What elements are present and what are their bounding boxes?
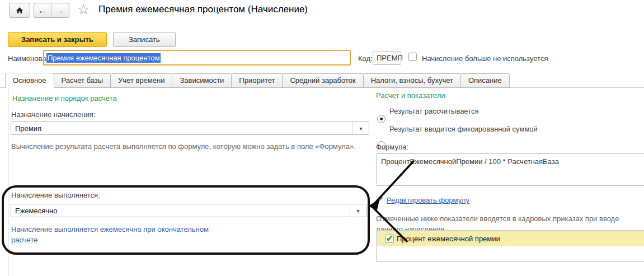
name-input-value: Премия ежемесячная процентом [46,53,161,63]
save-and-close-button[interactable]: Записать и закрыть [8,32,107,47]
formula-label: Формула: [376,143,408,151]
section-purpose-title: Назначение и порядок расчета [12,94,117,102]
accrual-form-window: ← → ☆ Премия ежемесячная процентом (Начи… [0,0,644,276]
page-title: Премия ежемесячная процентом (Начисление… [98,4,308,15]
tab-opisanie[interactable]: Описание [460,73,510,88]
performed-combo-value: Ежемесячно [11,207,350,215]
indicators-hint-line1: Отмеченные ниже показатели вводятся в ка… [376,213,619,224]
indicator-row[interactable]: ✔ Процент ежемесячной премии [377,231,644,246]
purpose-combo-button[interactable]: ▾ [352,122,369,134]
purpose-combo[interactable]: Премия ▾ [11,121,369,135]
home-button[interactable] [9,3,30,18]
code-label: Код: [358,54,373,63]
purpose-label: Назначение начисления: [11,110,95,119]
tab-osnovnoe[interactable]: Основное [5,73,54,88]
performed-hint-line1: Начисление выполняется ежемесячно при ок… [11,224,209,235]
not-used-checkbox[interactable] [408,53,417,61]
radio-result-fixed-label: Результат вводится фиксированной суммой [389,125,538,133]
tab-uchet-vremeni[interactable]: Учет времени [110,73,172,88]
forward-icon: → [56,6,65,16]
purpose-combo-value: Премия [11,124,352,133]
tab-nalogi-vznosy-buhuchet[interactable]: Налоги, взносы, бухучет [363,73,461,88]
performed-hint-line2: расчете [11,235,209,245]
chevron-down-icon: ▾ [359,125,362,132]
purpose-hint: Вычисление результата расчета выполняетс… [11,142,356,151]
tab-sredniy-zarabotok[interactable]: Средний заработок [282,73,363,88]
performed-label: Начисление выполняется: [11,191,100,199]
chevron-down-icon: ▾ [356,208,359,214]
indicators-list: ✔ Процент ежемесячной премии [376,230,644,262]
name-input[interactable]: Премия ежемесячная процентом [43,50,351,66]
performed-combo[interactable]: Ежемесячно ▾ [11,204,366,217]
chevron-down-button[interactable]: ▾ [350,204,366,217]
back-icon: ← [38,6,47,16]
tab-prioritet[interactable]: Приоритет [231,73,283,88]
back-button[interactable]: ← [34,3,51,17]
edit-pencil-icon [375,195,384,204]
performed-hint: Начисление выполняется ежемесячно при ок… [11,224,209,245]
tabstrip: Основное Расчет базы Учет времени Зависи… [6,73,510,88]
tab-panel-left-border [8,87,8,276]
history-nav: ← → [34,3,69,18]
edit-formula-link[interactable]: Редактировать формулу [387,196,469,204]
formula-input[interactable]: ПроцентЕжемесячнойПремии / 100 * Расчетн… [376,153,644,186]
check-icon: ✔ [386,233,393,244]
code-input[interactable]: ПРЕМП [373,52,401,65]
indicator-checkbox[interactable]: ✔ [386,235,394,243]
formula-value: ПроцентЕжемесячнойПремии / 100 * Расчетн… [377,154,644,169]
tab-raschet-bazy[interactable]: Расчет базы [54,73,111,88]
section-calc-title: Расчет и показатели [376,91,445,100]
save-button[interactable]: Записать [113,32,176,47]
radio-result-calculated[interactable] [377,115,386,123]
favorite-star-icon[interactable]: ☆ [77,2,90,16]
tab-zavisimosti[interactable]: Зависимости [172,73,232,88]
indicator-label: Процент ежемесячной премии [397,235,500,243]
home-icon [15,6,24,15]
radio-result-calculated-label: Результат рассчитывается [389,107,479,115]
not-used-label: Начисление больше не используется [422,54,548,63]
forward-button[interactable]: → [51,3,69,17]
